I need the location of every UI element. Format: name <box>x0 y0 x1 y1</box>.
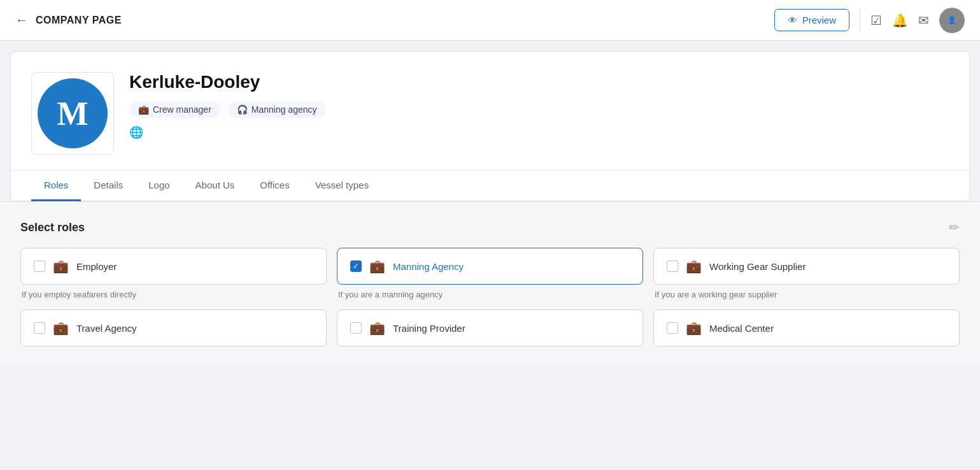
badge-manning-agency-label: Manning agency <box>252 104 317 115</box>
role-card-employer[interactable]: 💼 Employer <box>20 248 327 285</box>
role-label-working-gear: Working Gear Supplier <box>709 261 806 272</box>
header-right: 👁 Preview ☑ 🔔 ✉ 👤 <box>774 8 965 33</box>
role-card-working-gear[interactable]: 💼 Working Gear Supplier <box>653 248 960 285</box>
preview-button[interactable]: 👁 Preview <box>774 9 849 31</box>
role-card-training-provider[interactable]: 💼 Training Provider <box>337 310 643 346</box>
avatar-inner: 👤 <box>939 8 965 33</box>
tab-logo[interactable]: Logo <box>136 171 182 201</box>
preview-icon: 👁 <box>788 15 797 25</box>
bell-icon[interactable]: 🔔 <box>892 13 908 28</box>
headset-badge-icon: 🎧 <box>237 104 248 115</box>
page-title: COMPANY PAGE <box>36 15 122 26</box>
globe-icon[interactable]: 🌐 <box>129 126 143 139</box>
role-item-training-provider: 💼 Training Provider <box>337 310 643 346</box>
role-label-training-provider: Training Provider <box>393 323 465 334</box>
role-description-employer: If you employ seafarers directly <box>20 290 327 299</box>
preview-label: Preview <box>802 15 836 25</box>
role-checkbox-travel-agency[interactable] <box>34 322 45 334</box>
role-checkbox-working-gear[interactable] <box>667 260 678 272</box>
role-card-manning-agency[interactable]: 💼 Manning Agency <box>337 248 643 285</box>
briefcase-icon-training-provider: 💼 <box>369 320 385 336</box>
check-icon[interactable]: ☑ <box>870 13 882 28</box>
company-logo: M <box>31 72 114 155</box>
role-checkbox-training-provider[interactable] <box>350 322 362 334</box>
briefcase-icon-medical-center: 💼 <box>686 320 702 336</box>
briefcase-icon-working-gear: 💼 <box>686 259 702 274</box>
role-label-employer: Employer <box>76 261 117 272</box>
header: ← COMPANY PAGE 👁 Preview ☑ 🔔 ✉ 👤 <box>0 0 980 41</box>
role-card-travel-agency[interactable]: 💼 Travel Agency <box>20 310 327 346</box>
briefcase-icon-travel-agency: 💼 <box>53 320 69 336</box>
company-info: M Kerluke-Dooley 💼 Crew manager 🎧 Mannin… <box>11 52 969 170</box>
role-item-working-gear: 💼 Working Gear Supplier If you are a wor… <box>653 248 960 299</box>
badge-manning-agency: 🎧 Manning agency <box>228 101 326 118</box>
tab-about-us[interactable]: About Us <box>183 171 248 201</box>
logo-letter: M <box>57 95 88 132</box>
badge-crew-manager-label: Crew manager <box>153 104 211 115</box>
role-card-medical-center[interactable]: 💼 Medical Center <box>653 310 960 346</box>
role-item-travel-agency: 💼 Travel Agency <box>20 310 327 346</box>
back-button[interactable]: ← <box>15 13 28 27</box>
briefcase-badge-icon: 💼 <box>138 104 149 115</box>
tab-vessel-types[interactable]: Vessel types <box>302 171 381 201</box>
edit-roles-icon[interactable]: ✏ <box>949 220 960 235</box>
header-divider <box>860 9 860 32</box>
role-label-travel-agency: Travel Agency <box>76 323 137 334</box>
company-details: Kerluke-Dooley 💼 Crew manager 🎧 Manning … <box>129 72 949 139</box>
role-item-employer: 💼 Employer If you employ seafarers direc… <box>20 248 327 299</box>
role-checkbox-employer[interactable] <box>34 260 45 272</box>
tab-roles[interactable]: Roles <box>31 171 81 201</box>
role-label-medical-center: Medical Center <box>709 323 774 334</box>
roles-grid: 💼 Employer If you employ seafarers direc… <box>20 248 960 346</box>
role-item-medical-center: 💼 Medical Center <box>653 310 960 346</box>
tab-details[interactable]: Details <box>81 171 136 201</box>
tabs: Roles Details Logo About Us Offices Vess… <box>11 170 969 201</box>
role-description-working-gear: If you are a working gear supplier <box>653 290 960 299</box>
briefcase-icon-manning-agency: 💼 <box>369 259 385 274</box>
badge-crew-manager: 💼 Crew manager <box>129 101 220 118</box>
role-label-manning-agency: Manning Agency <box>393 261 464 272</box>
content-area: Select roles ✏ 💼 Employer If you employ … <box>0 201 980 364</box>
roles-section-header: Select roles ✏ <box>20 220 960 235</box>
main-card: M Kerluke-Dooley 💼 Crew manager 🎧 Mannin… <box>10 51 970 201</box>
company-name: Kerluke-Dooley <box>129 72 949 92</box>
role-checkbox-manning-agency[interactable] <box>350 260 362 272</box>
role-checkbox-medical-center[interactable] <box>667 322 678 334</box>
logo-circle: M <box>38 78 108 148</box>
company-badges: 💼 Crew manager 🎧 Manning agency <box>129 101 949 118</box>
tab-offices[interactable]: Offices <box>247 171 302 201</box>
role-description-manning-agency: If you are a manning agency <box>337 290 643 299</box>
briefcase-icon-employer: 💼 <box>53 259 69 274</box>
header-left: ← COMPANY PAGE <box>15 13 122 27</box>
avatar[interactable]: 👤 <box>939 8 965 33</box>
mail-icon[interactable]: ✉ <box>918 13 929 28</box>
roles-section-title: Select roles <box>20 221 85 234</box>
role-item-manning-agency: 💼 Manning Agency If you are a manning ag… <box>337 248 643 299</box>
